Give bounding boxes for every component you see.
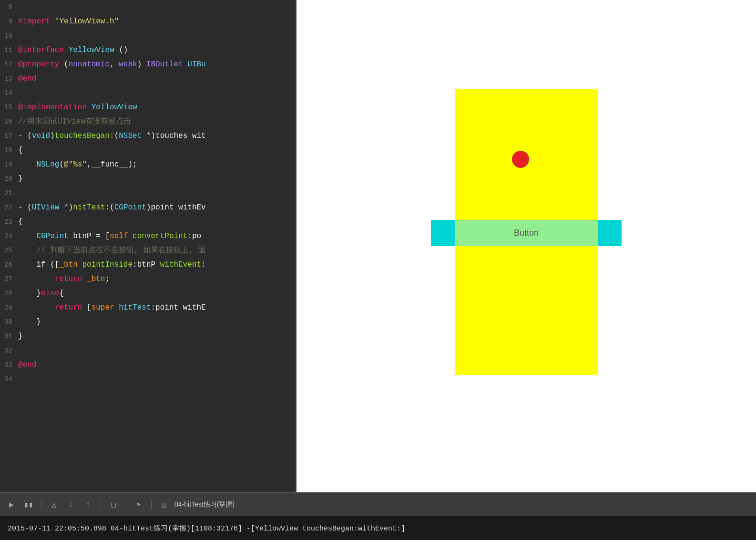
line-num-27: 27 [0, 272, 18, 286]
location-button[interactable]: ➤ [132, 498, 145, 511]
play-button[interactable]: ▶ [5, 498, 18, 511]
toolbar-file-label: 04-hitTest练习(掌握) [174, 500, 235, 509]
code-panel: 8 9 #import "YellowView.h" 10 11 @interf… [0, 0, 296, 492]
line-content-9: #import "YellowView.h" [18, 14, 119, 29]
line-num-29: 29 [0, 301, 18, 315]
code-line-8: 8 [0, 0, 296, 14]
code-lines: 8 9 #import "YellowView.h" 10 11 @interf… [0, 0, 296, 386]
toolbar-divider-1 [41, 500, 41, 509]
code-line-23: 23 { [0, 215, 296, 229]
step-into-button[interactable]: ↓ [64, 498, 78, 511]
line-content-25: // 判断下当前点在不在按钮, 如果在按钮上, 返 [18, 243, 206, 258]
code-line-11: 11 @interface YellowView () [0, 43, 296, 57]
code-line-30: 30 } [0, 315, 296, 329]
line-num-34: 34 [0, 372, 18, 386]
bottom-toolbar: ▶ ▮▮ △ ↓ ↑ ▢ ➤ ◫ 04-hitTest练习(掌握) [0, 492, 756, 516]
line-num-13: 13 [0, 72, 18, 86]
line-content-24: CGPoint btnP = [self convertPoint:po [18, 229, 201, 243]
code-line-19: 19 NSLog(@"%s",__func__); [0, 157, 296, 172]
code-line-29: 29 return [super hitTest:point withE [0, 301, 296, 315]
content-area: 8 9 #import "YellowView.h" 10 11 @interf… [0, 0, 756, 492]
code-line-24: 24 CGPoint btnP = [self convertPoint:po [0, 229, 296, 243]
line-num-18: 18 [0, 143, 18, 157]
code-line-26: 26 if ([_btn pointInside:btnP withEvent: [0, 258, 296, 272]
code-line-32: 32 [0, 343, 296, 358]
code-line-21: 21 [0, 186, 296, 200]
line-num-19: 19 [0, 157, 18, 172]
line-content-19: NSLog(@"%s",__func__); [18, 157, 137, 172]
status-text: 2015-07-11 22:05:50.898 04-hitTest练习(掌握)… [8, 524, 405, 533]
line-content-28: }else{ [18, 286, 64, 301]
pause-button[interactable]: ▮▮ [22, 498, 35, 511]
toolbar-divider-2 [101, 500, 101, 509]
line-num-24: 24 [0, 229, 18, 243]
line-num-32: 32 [0, 343, 18, 358]
code-line-13: 13 @end [0, 72, 296, 86]
line-content-15: @implementation YellowView [18, 100, 137, 114]
line-num-9: 9 [0, 14, 18, 29]
line-num-16: 16 [0, 114, 18, 129]
code-line-27: 27 return _btn; [0, 272, 296, 286]
button-label: Button [514, 228, 539, 238]
line-content-11: @interface YellowView () [18, 43, 128, 57]
green-button[interactable]: Button [455, 220, 598, 246]
toolbar-divider-4 [151, 500, 152, 509]
code-line-28: 28 }else{ [0, 286, 296, 301]
step-over-button[interactable]: △ [47, 498, 61, 511]
line-num-23: 23 [0, 215, 18, 229]
line-num-30: 30 [0, 315, 18, 329]
status-bar: 2015-07-11 22:05:50.898 04-hitTest练习(掌握)… [0, 516, 756, 540]
code-line-10: 10 [0, 29, 296, 43]
line-content-31: } [18, 329, 23, 343]
code-line-20: 20 } [0, 172, 296, 186]
code-line-31: 31 } [0, 329, 296, 343]
preview-panel: Button [296, 0, 756, 492]
line-content-29: return [super hitTest:point withE [18, 301, 206, 315]
line-num-22: 22 [0, 200, 18, 215]
line-content-13: @end [18, 72, 36, 86]
line-num-31: 31 [0, 329, 18, 343]
line-num-17: 17 [0, 129, 18, 143]
line-content-22: - (UIView *)hitTest:(CGPoint)point withE… [18, 200, 206, 215]
line-num-21: 21 [0, 186, 18, 200]
line-num-33: 33 [0, 358, 18, 372]
view-button[interactable]: ▢ [107, 498, 120, 511]
code-line-22: 22 - (UIView *)hitTest:(CGPoint)point wi… [0, 200, 296, 215]
line-num-14: 14 [0, 86, 18, 100]
line-content-33: @end [18, 358, 36, 372]
code-line-16: 16 //用来测试UIView有没有被点击 [0, 114, 296, 129]
line-num-8: 8 [0, 0, 18, 14]
line-num-20: 20 [0, 172, 18, 186]
line-content-30: } [18, 315, 41, 329]
line-num-25: 25 [0, 243, 18, 258]
code-line-25: 25 // 判断下当前点在不在按钮, 如果在按钮上, 返 [0, 243, 296, 258]
line-content-20: } [18, 172, 23, 186]
line-num-11: 11 [0, 43, 18, 57]
red-dot [512, 151, 529, 168]
code-line-15: 15 @implementation YellowView [0, 100, 296, 114]
main-container: 8 9 #import "YellowView.h" 10 11 @interf… [0, 0, 756, 540]
line-num-12: 12 [0, 57, 18, 72]
code-line-12: 12 @property (nonatomic, weak) IBOutlet … [0, 57, 296, 72]
code-line-14: 14 [0, 86, 296, 100]
device-icon: ◫ [157, 498, 171, 511]
code-line-9: 9 #import "YellowView.h" [0, 14, 296, 29]
line-content-26: if ([_btn pointInside:btnP withEvent: [18, 258, 206, 272]
line-content-23: { [18, 215, 23, 229]
simulator-view: Button [431, 79, 622, 413]
step-out-button[interactable]: ↑ [82, 498, 95, 511]
line-num-15: 15 [0, 100, 18, 114]
line-content-18: { [18, 143, 23, 157]
code-line-17: 17 - (void)touchesBegan:(NSSet *)touches… [0, 129, 296, 143]
line-num-28: 28 [0, 286, 18, 301]
line-content-16: //用来测试UIView有没有被点击 [18, 114, 131, 129]
toolbar-divider-3 [126, 500, 126, 509]
line-content-12: @property (nonatomic, weak) IBOutlet UIB… [18, 57, 206, 72]
code-line-33: 33 @end [0, 358, 296, 372]
code-line-18: 18 { [0, 143, 296, 157]
line-content-27: return _btn; [18, 272, 110, 286]
code-line-34: 34 [0, 372, 296, 386]
line-num-26: 26 [0, 258, 18, 272]
line-num-10: 10 [0, 29, 18, 43]
line-content-17: - (void)touchesBegan:(NSSet *)touches wi… [18, 129, 206, 143]
